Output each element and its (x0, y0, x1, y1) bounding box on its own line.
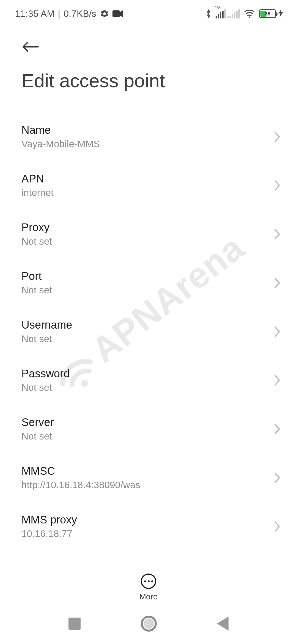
row-value: internet (21, 187, 276, 198)
row-value: 10.16.18.77 (21, 528, 276, 539)
more-icon[interactable] (141, 574, 156, 589)
chevron-right-icon (273, 277, 281, 289)
status-net-speed: 0.7KB/s (64, 9, 97, 19)
status-time: 11:35 AM (15, 9, 54, 19)
row-label: Password (21, 367, 276, 380)
chevron-right-icon (273, 179, 281, 192)
row-value: Not set (21, 382, 276, 393)
row-value: Not set (21, 236, 276, 247)
status-separator: | (58, 9, 60, 19)
status-left: 11:35 AM | 0.7KB/s (15, 9, 123, 19)
row-label: APN (21, 173, 276, 185)
row-server[interactable]: Server Not set (0, 405, 297, 453)
signal-1-tag: 4G (215, 5, 220, 9)
chevron-right-icon (273, 326, 281, 338)
battery-percent: 38 (260, 10, 275, 17)
battery-icon: 38 (259, 9, 283, 19)
row-apn[interactable]: APN internet (0, 161, 297, 210)
signal-2-icon: ✕ (230, 9, 240, 18)
row-port[interactable]: Port Not set (0, 258, 297, 307)
row-label: Server (21, 416, 276, 429)
row-proxy[interactable]: Proxy Not set (0, 210, 297, 258)
row-label: MMSC (21, 465, 276, 477)
nav-back-icon[interactable] (217, 616, 229, 631)
row-mms-proxy[interactable]: MMS proxy 10.16.18.77 (0, 502, 297, 551)
bluetooth-icon (205, 9, 212, 19)
chevron-right-icon (273, 472, 281, 484)
back-arrow-icon[interactable] (21, 41, 39, 53)
row-name[interactable]: Name Vaya-Mobile-MMS (0, 112, 297, 161)
chevron-right-icon (273, 520, 281, 533)
row-label: Username (21, 319, 276, 331)
status-right: 4G ✕ 38 (205, 9, 283, 19)
gear-icon (100, 9, 109, 18)
row-value: Not set (21, 333, 276, 344)
row-label: MMS proxy (21, 514, 276, 526)
nav-recents-icon[interactable] (68, 618, 81, 630)
row-value: Vaya-Mobile-MMS (21, 138, 276, 149)
android-navbar (0, 603, 297, 644)
more-menu[interactable]: More (0, 574, 297, 601)
row-value: http://10.16.18.4:38090/was (21, 479, 276, 490)
wifi-icon (244, 9, 255, 18)
charging-icon (278, 9, 283, 19)
svg-point-1 (249, 17, 250, 18)
more-label: More (139, 592, 158, 601)
row-value: Not set (21, 431, 276, 442)
status-bar: 11:35 AM | 0.7KB/s 4G ✕ 38 (0, 0, 297, 28)
chevron-right-icon (273, 228, 281, 240)
row-mmsc[interactable]: MMSC http://10.16.18.4:38090/was (0, 453, 297, 502)
row-password[interactable]: Password Not set (0, 356, 297, 405)
video-camera-icon (112, 10, 123, 18)
row-username[interactable]: Username Not set (0, 307, 297, 356)
row-label: Name (21, 124, 276, 136)
row-value: Not set (21, 285, 276, 296)
svg-rect-0 (112, 10, 120, 17)
chevron-right-icon (273, 131, 281, 143)
chevron-right-icon (273, 374, 281, 386)
page-title: Edit access point (21, 70, 165, 92)
row-label: Proxy (21, 221, 276, 234)
settings-list: Name Vaya-Mobile-MMS APN internet Proxy … (0, 112, 297, 578)
nav-home-icon[interactable] (141, 616, 157, 632)
row-label: Port (21, 270, 276, 282)
header-bar (0, 33, 297, 61)
signal-1-icon: 4G (216, 9, 226, 18)
chevron-right-icon (273, 423, 281, 435)
